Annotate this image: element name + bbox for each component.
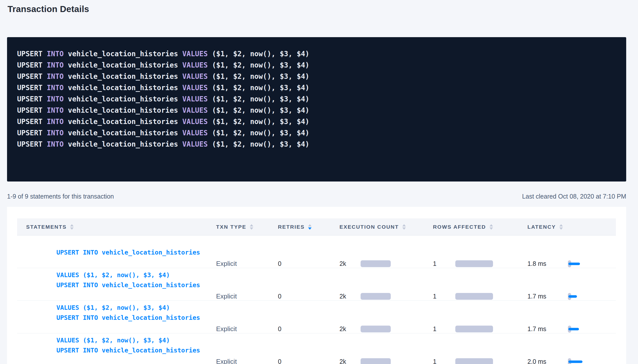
sql-keyword: INTO (47, 61, 64, 69)
statements-count-summary: 1-9 of 9 statements for this transaction (7, 193, 114, 200)
sql-text: vehicle_location_histories (68, 61, 178, 69)
sql-text: UPSERT (17, 106, 42, 114)
statement-cell: UPSERT INTO vehicle_location_histories V… (17, 333, 207, 364)
sql-text: UPSERT (17, 140, 42, 148)
latency-bar-chart (568, 355, 591, 364)
sql-text: ($1, $2, now(), $3, $4) (212, 129, 309, 137)
txn-type-cell: Explicit (207, 325, 269, 333)
sort-asc-icon (559, 224, 563, 226)
statements-summary-bar: 1-9 of 9 statements for this transaction… (7, 193, 626, 200)
sql-text: vehicle_location_histories (68, 106, 178, 114)
sql-text: UPSERT (17, 95, 42, 103)
sort-asc-icon (489, 224, 493, 226)
column-header-retries[interactable]: RETRIES (269, 224, 330, 230)
sort-arrows-icon (70, 224, 74, 230)
sql-statement-line: UPSERT INTO vehicle_location_histories V… (17, 105, 616, 116)
rows-affected-cell: 1 (424, 293, 518, 300)
retries-value: 0 (278, 260, 281, 267)
sql-keyword: INTO (47, 117, 64, 126)
sql-text: UPSERT (17, 84, 42, 92)
rows-affected-bar (455, 293, 493, 300)
sql-text: vehicle_location_histories (68, 50, 178, 58)
rows-affected-value: 1 (433, 293, 445, 300)
latency-cell: 1.8 ms (518, 258, 616, 270)
sql-text: ($1, $2, now(), $3, $4) (212, 106, 309, 114)
latency-bar-chart (568, 290, 591, 303)
retries-cell: 0 (269, 325, 330, 333)
column-header-label: RETRIES (278, 224, 305, 230)
sort-desc-icon (250, 227, 253, 230)
latency-value: 1.7 ms (527, 293, 559, 300)
rows-affected-bar (455, 358, 493, 364)
statements-table: STATEMENTSTXN TYPERETRIESEXECUTION COUNT… (17, 218, 616, 364)
sql-text: UPSERT (17, 72, 42, 81)
retries-cell: 0 (269, 293, 330, 300)
sql-statement-line: UPSERT INTO vehicle_location_histories V… (17, 139, 616, 150)
table-row: UPSERT INTO vehicle_location_histories V… (17, 235, 616, 268)
sql-statement-line: UPSERT INTO vehicle_location_histories V… (17, 82, 616, 93)
sort-desc-icon (308, 227, 312, 230)
rows-affected-bar (455, 260, 493, 267)
column-header-txn-type[interactable]: TXN TYPE (207, 224, 269, 230)
column-header-statements[interactable]: STATEMENTS (17, 224, 207, 230)
rows-affected-cell: 1 (424, 325, 518, 333)
sort-arrows-icon (402, 224, 406, 230)
latency-bar (568, 295, 577, 298)
sort-asc-icon (308, 224, 312, 226)
sql-keyword: INTO (47, 140, 64, 148)
execution-count-cell: 2k (330, 358, 424, 364)
latency-bar (568, 328, 579, 330)
sql-text: UPSERT (17, 117, 42, 126)
sql-keyword: INTO (47, 84, 64, 92)
page-title: Transaction Details (8, 4, 89, 14)
rows-affected-value: 1 (433, 358, 445, 364)
sql-keyword: INTO (47, 50, 64, 58)
latency-bar-chart (568, 323, 591, 335)
sql-statement-line: UPSERT INTO vehicle_location_histories V… (17, 59, 616, 71)
txn-type-value: Explicit (216, 358, 237, 364)
execution-count-cell: 2k (330, 325, 424, 333)
latency-bar-chart (568, 258, 591, 270)
execution-count-bar (361, 326, 391, 332)
sql-keyword: INTO (47, 95, 64, 103)
column-header-rows-affected[interactable]: ROWS AFFECTED (424, 224, 518, 230)
execution-count-bar (361, 358, 391, 364)
rows-affected-cell: 1 (424, 358, 518, 364)
sql-text: ($1, $2, now(), $3, $4) (212, 140, 309, 148)
statement-link[interactable]: UPSERT INTO vehicle_location_histories V… (26, 333, 200, 364)
column-header-latency[interactable]: LATENCY (518, 224, 616, 230)
retries-cell: 0 (269, 358, 330, 364)
sort-asc-icon (250, 224, 253, 226)
latency-value: 2.0 ms (527, 358, 559, 364)
table-row: UPSERT INTO vehicle_location_histories V… (17, 301, 616, 333)
rows-affected-bar (455, 326, 493, 332)
sql-text: vehicle_location_histories (68, 72, 178, 81)
statements-table-header: STATEMENTSTXN TYPERETRIESEXECUTION COUNT… (17, 218, 616, 235)
last-cleared-timestamp: Last cleared Oct 08, 2020 at 7:10 PM (522, 193, 626, 200)
sort-desc-icon (70, 227, 74, 230)
sql-text: ($1, $2, now(), $3, $4) (212, 84, 309, 92)
txn-type-value: Explicit (216, 260, 237, 268)
sql-keyword: VALUES (182, 106, 208, 114)
sql-keyword: VALUES (182, 72, 208, 81)
sql-text: UPSERT (17, 129, 42, 137)
transaction-details-page: Transaction Details UPSERT INTO vehicle_… (0, 0, 638, 364)
latency-bar (568, 263, 580, 265)
latency-bar (568, 360, 582, 363)
execution-count-value: 2k (339, 325, 352, 333)
sort-arrows-icon (308, 224, 312, 230)
sort-desc-icon (559, 227, 563, 230)
sql-text: ($1, $2, now(), $3, $4) (212, 72, 309, 81)
sql-keyword: VALUES (182, 95, 208, 103)
txn-type-value: Explicit (216, 292, 237, 300)
column-header-execution-count[interactable]: EXECUTION COUNT (330, 224, 424, 230)
sql-keyword: VALUES (182, 129, 208, 137)
sql-statement-line: UPSERT INTO vehicle_location_histories V… (17, 48, 616, 59)
column-header-label: ROWS AFFECTED (433, 224, 486, 230)
sql-text: ($1, $2, now(), $3, $4) (212, 117, 309, 126)
rows-affected-value: 1 (433, 325, 445, 333)
table-row: UPSERT INTO vehicle_location_histories V… (17, 333, 616, 364)
txn-type-cell: Explicit (207, 358, 269, 364)
sql-keyword: INTO (47, 129, 64, 137)
sql-keyword: VALUES (182, 140, 208, 148)
